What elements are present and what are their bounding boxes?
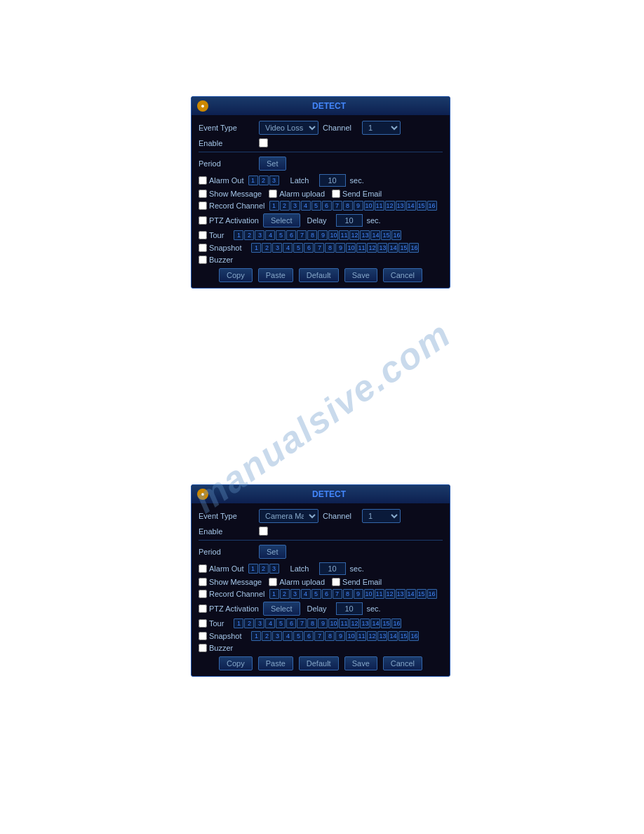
- send-email-label-1: Send Email: [342, 190, 382, 198]
- rec-num-9[interactable]: 9: [354, 201, 363, 211]
- enable-label-2: Enable: [199, 527, 255, 536]
- dialog-body-2: Event Type Camera Maski Channel 1 Enable…: [192, 503, 450, 676]
- tour-check-2[interactable]: [199, 619, 207, 628]
- tour-check-1[interactable]: [199, 231, 207, 239]
- ptz-select-btn-1[interactable]: Select: [263, 213, 300, 227]
- alarm-num-1-3[interactable]: 3: [269, 176, 279, 185]
- paste-button-2[interactable]: Paste: [258, 656, 293, 670]
- buzzer-check-1[interactable]: [199, 256, 207, 264]
- channel-label-2: Channel: [323, 512, 358, 520]
- event-type-select-2[interactable]: Camera Maski: [259, 509, 318, 523]
- latch-input-1[interactable]: [319, 174, 346, 187]
- message-row-1: Show Message Alarm upload Send Email: [199, 190, 443, 198]
- detect-dialog-1: ● DETECT Event Type Video Loss Channel 1…: [191, 96, 450, 289]
- record-channel-nums-2: 1 2 3 4 5 6 7 8 9 10 11 12 13 14 15 16: [269, 589, 437, 599]
- alarm-num-1-2[interactable]: 2: [259, 176, 269, 185]
- tour-nums-1: 1 2 3 4 5 6 7 8 9 10 11 12 13 14 15 16: [234, 230, 401, 240]
- ptz-select-btn-2[interactable]: Select: [263, 602, 300, 616]
- channel-select-2[interactable]: 1: [362, 509, 401, 523]
- rec-num-8[interactable]: 8: [343, 201, 353, 211]
- buzzer-cb-2: Buzzer: [199, 644, 233, 652]
- enable-row-1: Enable: [199, 138, 443, 147]
- alarm-out-row-2: Alarm Out 1 2 3 Latch sec.: [199, 562, 443, 575]
- buzzer-label-2: Buzzer: [209, 644, 233, 652]
- send-email-check-2[interactable]: [332, 578, 340, 586]
- alarm-upload-check-1[interactable]: [269, 190, 277, 198]
- alarm-out-label-2: Alarm Out: [209, 564, 244, 573]
- tour-cb-2: Tour: [199, 619, 224, 628]
- rec-num-6[interactable]: 6: [322, 201, 332, 211]
- save-button-1[interactable]: Save: [344, 268, 377, 282]
- snapshot-cb-2: Snapshot: [199, 632, 241, 640]
- show-message-check-1[interactable]: [199, 190, 207, 198]
- alarm-out-check-1[interactable]: [199, 176, 207, 185]
- latch-label-2: Latch: [290, 564, 315, 573]
- snapshot-nums-2: 1 2 3 4 5 6 7 8 9 10 11 12 13 14 15 16: [251, 631, 419, 641]
- rec-num-12[interactable]: 12: [385, 201, 395, 211]
- alarm-upload-label-2: Alarm upload: [279, 578, 325, 586]
- alarm-num-1-1[interactable]: 1: [248, 176, 258, 185]
- rec-num-2[interactable]: 2: [280, 201, 290, 211]
- alarm-upload-check-2[interactable]: [269, 578, 277, 586]
- default-button-2[interactable]: Default: [299, 656, 339, 670]
- rec-num-14[interactable]: 14: [406, 201, 416, 211]
- channel-label-1: Channel: [323, 124, 358, 132]
- rec-num-13[interactable]: 13: [396, 201, 405, 211]
- rec-num-3[interactable]: 3: [290, 201, 300, 211]
- rec-num-4[interactable]: 4: [301, 201, 311, 211]
- tour-label-1: Tour: [209, 231, 224, 239]
- rec-num-11[interactable]: 11: [375, 201, 384, 211]
- rec-num-10[interactable]: 10: [364, 201, 374, 211]
- rec-num-5[interactable]: 5: [311, 201, 321, 211]
- snapshot-nums-1: 1 2 3 4 5 6 7 8 9 10 11 12 13 14 15 16: [251, 243, 419, 253]
- enable-checkbox-1[interactable]: [259, 138, 268, 147]
- title-icon-2: ●: [197, 489, 208, 500]
- snapshot-check-1[interactable]: [199, 244, 207, 252]
- snapshot-cb-1: Snapshot: [199, 244, 241, 252]
- event-type-label-2: Event Type: [199, 512, 255, 520]
- default-button-1[interactable]: Default: [299, 268, 339, 282]
- alarm-upload-label-1: Alarm upload: [279, 190, 325, 198]
- show-message-check-2[interactable]: [199, 578, 207, 586]
- enable-checkbox-2[interactable]: [259, 527, 268, 536]
- message-row-2: Show Message Alarm upload Send Email: [199, 578, 443, 586]
- buzzer-check-2[interactable]: [199, 644, 207, 652]
- send-email-check-1[interactable]: [332, 190, 340, 198]
- alarm-num-2-2[interactable]: 2: [259, 564, 269, 574]
- channel-select-1[interactable]: 1: [362, 121, 401, 135]
- ptz-check-1[interactable]: [199, 216, 207, 225]
- save-button-2[interactable]: Save: [344, 656, 377, 670]
- send-email-cb-1: Send Email: [332, 190, 382, 198]
- cancel-button-2[interactable]: Cancel: [383, 656, 422, 670]
- alarm-num-2-1[interactable]: 1: [248, 564, 258, 574]
- paste-button-1[interactable]: Paste: [258, 268, 293, 282]
- show-message-label-2: Show Message: [209, 578, 262, 586]
- copy-button-2[interactable]: Copy: [219, 656, 253, 670]
- rec-num-1[interactable]: 1: [269, 201, 279, 211]
- period-set-btn-1[interactable]: Set: [259, 157, 286, 171]
- record-channel-check-2[interactable]: [199, 590, 207, 598]
- event-type-select-1[interactable]: Video Loss: [259, 121, 318, 135]
- rec-num-16[interactable]: 16: [427, 201, 437, 211]
- ptz-label-2: PTZ Activation: [209, 604, 259, 613]
- ptz-label-1: PTZ Activation: [209, 216, 259, 225]
- delay-sec-label-1: sec.: [367, 216, 381, 225]
- rec-num-7[interactable]: 7: [333, 201, 342, 211]
- copy-button-1[interactable]: Copy: [219, 268, 253, 282]
- snapshot-check-2[interactable]: [199, 632, 207, 640]
- title-bar-1: ● DETECT: [192, 97, 450, 115]
- alarm-num-2-3[interactable]: 3: [269, 564, 279, 574]
- delay-label-2: Delay: [307, 604, 332, 613]
- alarm-out-check-2[interactable]: [199, 564, 207, 573]
- snapshot-label-1: Snapshot: [209, 244, 241, 252]
- cancel-button-1[interactable]: Cancel: [383, 268, 422, 282]
- period-set-btn-2[interactable]: Set: [259, 545, 286, 559]
- delay-input-2[interactable]: [336, 602, 363, 615]
- rec-num-15[interactable]: 15: [417, 201, 427, 211]
- alarm-out-nums-1: 1 2 3: [248, 176, 279, 185]
- latch-input-2[interactable]: [319, 562, 346, 575]
- delay-input-1[interactable]: [336, 214, 363, 227]
- ptz-cb-1: PTZ Activation: [199, 216, 259, 225]
- record-channel-check-1[interactable]: [199, 201, 207, 210]
- ptz-check-2[interactable]: [199, 604, 207, 613]
